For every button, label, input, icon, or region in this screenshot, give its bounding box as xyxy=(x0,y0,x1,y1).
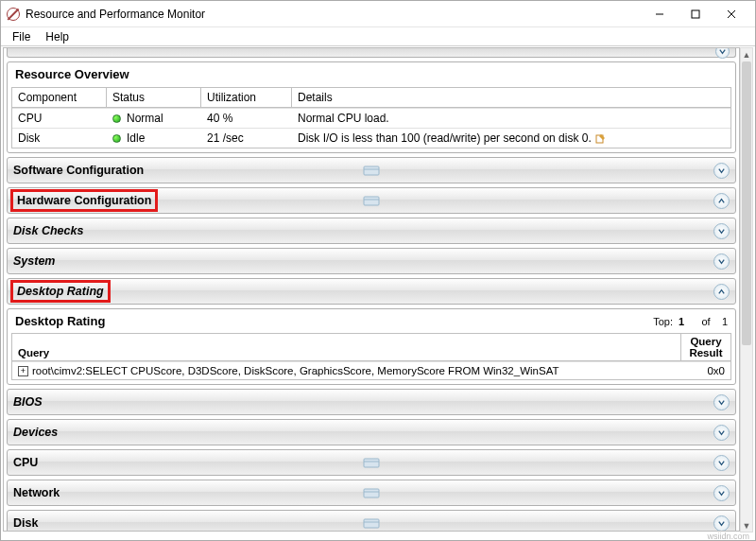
chevron-down-icon[interactable] xyxy=(713,455,730,471)
section-title: Software Configuration xyxy=(13,164,144,177)
maximize-button[interactable] xyxy=(678,3,713,26)
chevron-down-icon[interactable] xyxy=(713,515,730,532)
svg-rect-9 xyxy=(364,459,379,467)
window-title: Resource and Performance Monitor xyxy=(26,8,205,21)
query-result: 0x0 xyxy=(681,362,730,379)
calendar-icon xyxy=(358,516,385,530)
query-row[interactable]: + root\cimv2:SELECT CPUScore, D3DScore, … xyxy=(12,361,730,379)
resource-overview-table: Component Status Utilization Details CPU… xyxy=(11,87,731,148)
section-title: Network xyxy=(13,486,60,499)
details-text: Disk I/O is less than 100 (read/write) p… xyxy=(298,131,592,145)
header-component[interactable]: Component xyxy=(12,88,107,108)
menubar: File Help xyxy=(1,27,755,46)
cell-utilization: 21 /sec xyxy=(201,129,292,148)
header-query[interactable]: Query xyxy=(12,334,681,361)
section-title: CPU xyxy=(13,456,38,469)
app-icon xyxy=(7,8,20,21)
cell-status: Normal xyxy=(107,109,201,128)
menu-file[interactable]: File xyxy=(5,28,38,45)
of-value: 1 xyxy=(722,316,728,327)
section-disk-checks[interactable]: Disk Checks xyxy=(7,218,736,244)
titlebar: Resource and Performance Monitor xyxy=(1,1,755,27)
header-status[interactable]: Status xyxy=(107,88,201,108)
top-value: 1 xyxy=(679,316,684,327)
chevron-up-icon[interactable] xyxy=(713,193,730,209)
chevron-down-icon[interactable] xyxy=(713,223,730,239)
section-software-configuration[interactable]: Software Configuration xyxy=(7,157,736,183)
top-label: Top: xyxy=(653,316,673,327)
chevron-down-icon[interactable] xyxy=(713,253,730,270)
scroll-up-icon[interactable]: ▲ xyxy=(741,48,752,61)
section-title: Desktop Rating xyxy=(13,283,108,300)
edit-icon[interactable] xyxy=(595,132,607,144)
calendar-icon xyxy=(358,164,385,177)
section-title: BIOS xyxy=(13,395,43,409)
status-text: Normal xyxy=(127,112,163,125)
query-text: root\cimv2:SELECT CPUScore, D3DScore, Di… xyxy=(32,365,558,376)
section-devices[interactable]: Devices xyxy=(7,419,736,445)
section-title: Disk xyxy=(13,516,38,530)
cell-status: Idle xyxy=(107,129,201,148)
section-performance[interactable]: Performance xyxy=(7,48,736,58)
header-details[interactable]: Details xyxy=(292,88,730,108)
resource-overview-title: Resource Overview xyxy=(8,62,735,87)
query-table-header: Query Query Result xyxy=(12,334,730,361)
query-table: Query Query Result + root\cimv2:SELECT C… xyxy=(11,333,731,380)
table-header: Component Status Utilization Details xyxy=(12,88,730,108)
section-network[interactable]: Network xyxy=(7,480,736,506)
section-cpu[interactable]: CPU xyxy=(7,449,736,476)
chevron-down-icon[interactable] xyxy=(713,485,730,501)
scroll-thumb[interactable] xyxy=(742,61,751,345)
of-label: of xyxy=(701,316,710,327)
expand-icon[interactable]: + xyxy=(18,366,28,376)
status-dot-icon xyxy=(112,134,121,143)
header-utilization[interactable]: Utilization xyxy=(201,88,292,108)
svg-rect-11 xyxy=(364,489,379,497)
svg-rect-1 xyxy=(692,10,699,18)
cell-details: Normal CPU load. xyxy=(292,109,730,128)
minimize-button[interactable] xyxy=(642,3,678,26)
chevron-down-icon[interactable] xyxy=(713,394,730,410)
close-button[interactable] xyxy=(713,3,749,26)
cell-component: CPU xyxy=(12,109,107,128)
resource-overview-panel: Resource Overview Component Status Utili… xyxy=(7,61,736,153)
table-row[interactable]: Disk Idle 21 /sec Disk I/O is less than … xyxy=(12,128,730,148)
status-dot-icon xyxy=(112,114,121,123)
section-system[interactable]: System xyxy=(7,248,736,274)
chevron-down-icon[interactable] xyxy=(715,47,730,59)
chevron-down-icon[interactable] xyxy=(713,425,730,441)
client-area: Performance Resource Overview Component … xyxy=(3,47,740,532)
cell-utilization: 40 % xyxy=(201,109,292,128)
calendar-icon xyxy=(358,486,385,499)
header-query-result[interactable]: Query Result xyxy=(681,334,730,361)
section-title: Hardware Configuration xyxy=(13,192,155,209)
status-text: Idle xyxy=(127,131,145,145)
section-title: Devices xyxy=(13,426,58,439)
menu-help[interactable]: Help xyxy=(38,28,77,45)
cell-component: Disk xyxy=(12,129,107,148)
desktop-rating-panel: Desktop Rating Top: 1 of 1 Query Query R… xyxy=(7,308,736,385)
section-hardware-configuration[interactable]: Hardware Configuration xyxy=(7,187,736,214)
vertical-scrollbar[interactable]: ▲ ▼ xyxy=(740,47,753,532)
panel-pagination: Top: 1 of 1 xyxy=(653,316,728,327)
scroll-down-icon[interactable]: ▼ xyxy=(741,519,752,532)
panel-title: Desktop Rating xyxy=(15,314,653,328)
section-bios[interactable]: BIOS xyxy=(7,389,736,415)
section-title: System xyxy=(13,254,55,268)
cell-details: Disk I/O is less than 100 (read/write) p… xyxy=(292,129,730,148)
chevron-down-icon[interactable] xyxy=(713,163,730,179)
svg-rect-7 xyxy=(364,197,379,205)
svg-rect-5 xyxy=(364,166,379,175)
section-disk[interactable]: Disk xyxy=(7,510,736,532)
watermark: wsiidn.com xyxy=(707,532,749,541)
section-desktop-rating[interactable]: Desktop Rating xyxy=(7,278,736,305)
section-title: Disk Checks xyxy=(13,224,83,237)
calendar-icon xyxy=(358,194,385,207)
table-row[interactable]: CPU Normal 40 % Normal CPU load. xyxy=(12,108,730,128)
chevron-up-icon[interactable] xyxy=(713,284,730,300)
svg-rect-13 xyxy=(364,519,379,528)
calendar-icon xyxy=(358,456,385,469)
